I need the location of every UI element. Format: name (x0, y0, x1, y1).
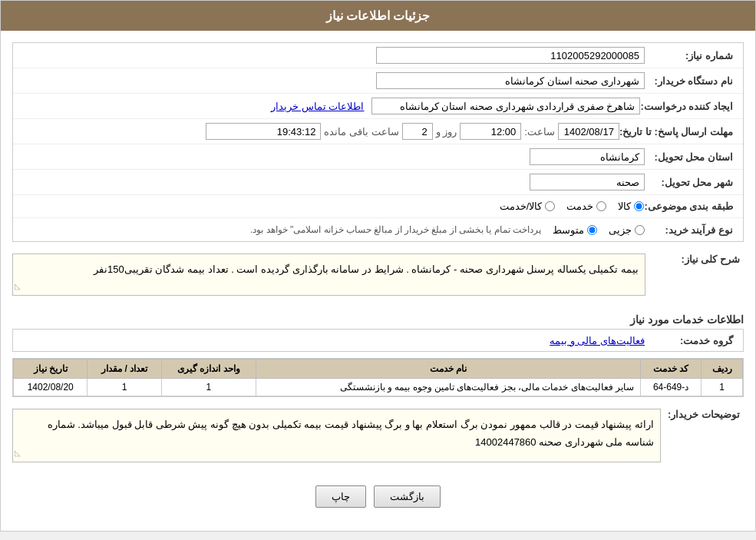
resize-handle[interactable]: ◺ (15, 280, 21, 293)
request-number-label: شماره نیاز: (645, 50, 737, 61)
process-motavaset[interactable]: متوسط (553, 224, 597, 236)
purchaser-label: نام دستگاه خریدار: (645, 75, 737, 87)
col-header-date: تاریخ نیاز (14, 359, 87, 379)
page-header: جزئیات اطلاعات نیاز (1, 1, 755, 31)
city-label: شهر محل تحویل: (645, 177, 737, 188)
cell-code: د-649-64 (640, 379, 701, 396)
cell-date: 1402/08/20 (14, 379, 87, 396)
col-header-code: کد خدمت (640, 359, 701, 379)
cell-qty: 1 (87, 379, 161, 396)
deadline-remaining-sep: ساعت باقی مانده (321, 126, 401, 137)
col-header-row: ردیف (702, 359, 743, 379)
buyer-notes-label: توضیحات خریدار: (667, 405, 744, 420)
request-number-row: شماره نیاز: 1102005292000085 (13, 43, 743, 68)
table-body: 1 د-649-64 سایر فعالیت‌های خدمات مالی، ب… (14, 379, 743, 396)
back-button[interactable]: بازگشت (374, 485, 441, 508)
service-group-label: گروه خدمت: (645, 335, 737, 346)
general-desc-value: بیمه تکمیلی یکساله پرسنل شهرداری صحنه - … (94, 263, 639, 275)
process-jozi[interactable]: جزیی (609, 224, 645, 236)
category-kala-khedmat[interactable]: کالا/خدمت (500, 200, 556, 212)
purchaser-row: نام دستگاه خریدار: شهرداری صحنه استان کر… (13, 68, 743, 94)
print-button[interactable]: چاپ (315, 485, 366, 508)
general-desc-section: شرح کلی نیاز: بیمه تکمیلی یکساله پرسنل ش… (12, 250, 744, 300)
creator-row: ایجاد کننده درخواست: شاهرخ صفری قراردادی… (13, 94, 743, 119)
general-desc-label: شرح کلی نیاز: (652, 250, 744, 265)
deadline-days-value: 2 (402, 123, 433, 140)
category-kala[interactable]: کالا (618, 200, 644, 212)
deadline-time-value: 12:00 (460, 123, 521, 140)
category-khedmat[interactable]: خدمت (566, 200, 606, 212)
purchaser-value: شهرداری صحنه استان کرمانشاه (376, 72, 645, 89)
deadline-remaining-value: 19:43:12 (206, 123, 321, 140)
col-header-name: نام خدمت (256, 359, 641, 379)
request-number-value: 1102005292000085 (376, 47, 645, 64)
process-label: نوع فرآیند خرید: (645, 224, 737, 236)
cell-unit: 1 (161, 379, 256, 396)
general-desc-box: بیمه تکمیلی یکساله پرسنل شهرداری صحنه - … (12, 253, 645, 296)
process-description: پرداخت تمام یا بخشی از مبلغ خریدار از مب… (250, 224, 541, 235)
deadline-time-sep: ساعت: (521, 126, 558, 137)
buyer-notes-resize[interactable]: ◺ (15, 446, 21, 460)
process-row: نوع فرآیند خرید: متوسط جزیی پرداخت تمام … (13, 218, 743, 241)
category-label: طبقه بندی موضوعی: (644, 200, 737, 212)
deadline-label: مهلت ارسال پاسخ: تا تاریخ: (619, 126, 737, 137)
services-table: ردیف کد خدمت نام خدمت واحد اندازه گیری ت… (13, 359, 743, 396)
buyer-notes-value: ارائه پیشنهاد قیمت در قالب ممهور نمودن ب… (48, 419, 654, 448)
creator-label: ایجاد کننده درخواست: (640, 101, 737, 112)
col-header-qty: تعداد / مقدار (87, 359, 161, 379)
city-value: صحنه (530, 174, 645, 190)
table-header-row: ردیف کد خدمت نام خدمت واحد اندازه گیری ت… (14, 359, 743, 379)
process-radio-group: متوسط جزیی (553, 224, 645, 236)
deadline-row: مهلت ارسال پاسخ: تا تاریخ: 1402/08/17 سا… (13, 119, 743, 144)
cell-name: سایر فعالیت‌های خدمات مالی، بجز فعالیت‌ه… (256, 379, 641, 396)
creator-contact-link[interactable]: اطلاعات تماس خریدار (271, 101, 364, 112)
category-radio-group: کالا/خدمت خدمت کالا (500, 200, 645, 212)
category-row: طبقه بندی موضوعی: کالا/خدمت خدمت کالا (13, 195, 743, 218)
services-table-container: ردیف کد خدمت نام خدمت واحد اندازه گیری ت… (12, 358, 744, 397)
province-row: استان محل تحویل: کرمانشاه (13, 144, 743, 170)
service-group-row: گروه خدمت: فعالیت‌های مالی و بیمه (12, 329, 744, 352)
city-row: شهر محل تحویل: صحنه (13, 170, 743, 195)
buyer-notes-section: توضیحات خریدار: ارائه پیشنهاد قیمت در قا… (12, 405, 744, 466)
deadline-days-sep: روز و (433, 126, 461, 137)
service-group-value[interactable]: فعالیت‌های مالی و بیمه (550, 335, 645, 346)
page-title: جزئیات اطلاعات نیاز (326, 9, 431, 22)
services-section-title: اطلاعات خدمات مورد نیاز (12, 307, 744, 329)
col-header-unit: واحد اندازه گیری (161, 359, 256, 379)
province-label: استان محل تحویل: (645, 151, 737, 163)
main-form: شماره نیاز: 1102005292000085 نام دستگاه … (12, 42, 744, 242)
table-row: 1 د-649-64 سایر فعالیت‌های خدمات مالی، ب… (14, 379, 743, 396)
cell-row: 1 (702, 379, 743, 396)
buyer-notes-box: ارائه پیشنهاد قیمت در قالب ممهور نمودن ب… (12, 409, 661, 462)
province-value: کرمانشاه (530, 148, 645, 165)
footer-buttons: بازگشت چاپ (12, 474, 744, 519)
creator-value: شاهرخ صفری قراردادی شهرداری صحنه استان ک… (371, 98, 640, 114)
deadline-date-value: 1402/08/17 (558, 123, 619, 140)
